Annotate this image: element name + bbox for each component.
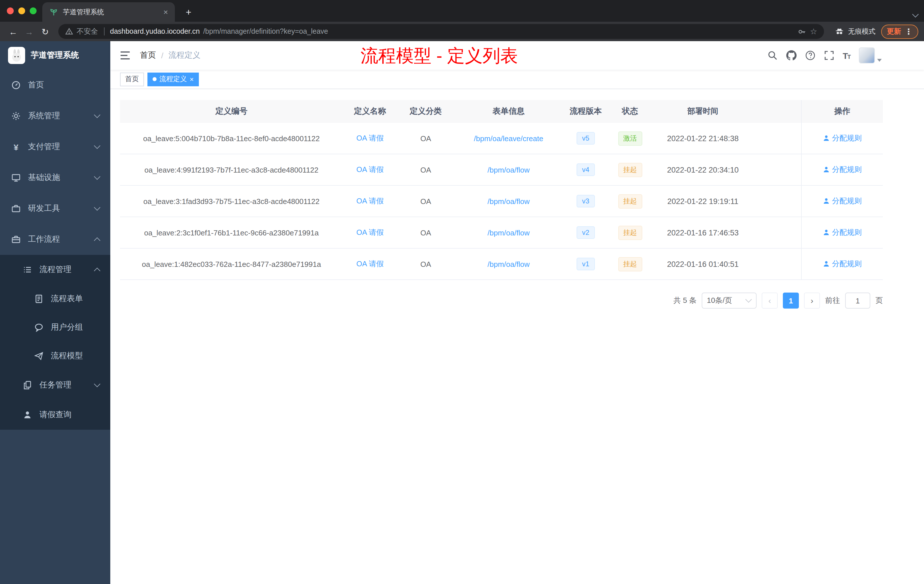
table-row: oa_leave:2:3c1f0ef1-76b1-11ec-9c66-a2380… [120, 217, 883, 249]
bookmark-star-icon[interactable]: ☆ [810, 27, 817, 36]
app-title: 芋道管理系统 [31, 50, 79, 61]
breadcrumb-home[interactable]: 首页 [140, 50, 156, 61]
navbar-right-menu: TT [767, 48, 915, 63]
table-header: 定义编号 定义名称 定义分类 表单信息 流程版本 状态 部署时间 操作 [120, 100, 883, 123]
sidebar-item-devtools[interactable]: 研发工具 [0, 193, 110, 224]
incognito-badge: 无痕模式 [834, 26, 875, 36]
definition-category: OA [397, 260, 454, 268]
assign-rule-button[interactable]: 分配规则 [823, 165, 862, 175]
prev-page-button[interactable]: ‹ [762, 292, 778, 308]
assign-rule-button[interactable]: 分配规则 [823, 259, 862, 269]
sidebar-item-user-group[interactable]: 用户分组 [0, 313, 110, 342]
page-size-select[interactable]: 10条/页 [702, 292, 757, 308]
sidebar-item-process-management[interactable]: 流程管理 [0, 255, 110, 285]
security-label[interactable]: 不安全 [77, 26, 98, 36]
address-bar[interactable]: 不安全 dashboard.yudao.iocoder.cn/bpm/manag… [58, 24, 824, 39]
url-host: dashboard.yudao.iocoder.cn [110, 27, 200, 35]
definition-name-link[interactable]: OA 请假 [356, 165, 383, 174]
definition-id: oa_leave:5:004b710b-7b8a-11ec-8ef0-acde4… [120, 134, 343, 143]
col-form-info: 表单信息 [454, 106, 563, 117]
paper-plane-icon [34, 351, 43, 361]
form-link[interactable]: /bpm/oa/flow [487, 228, 530, 237]
tab-close-icon[interactable]: × [161, 7, 170, 16]
browser-tab[interactable]: 芋道管理系统 × [42, 2, 175, 22]
reload-icon[interactable]: ↻ [38, 27, 53, 36]
assign-rule-button[interactable]: 分配规则 [823, 196, 862, 206]
definition-name-link[interactable]: OA 请假 [356, 196, 383, 205]
next-page-button[interactable]: › [804, 292, 820, 308]
browser-menu-kebab-icon[interactable]: ⋮ [904, 27, 912, 36]
user-avatar[interactable] [859, 48, 875, 63]
help-question-icon[interactable] [805, 50, 815, 61]
definition-name-link[interactable]: OA 请假 [356, 259, 383, 268]
status-badge: 挂起 [618, 163, 642, 177]
tab-search-icon[interactable] [912, 13, 918, 18]
page-content: 定义编号 定义名称 定义分类 表单信息 流程版本 状态 部署时间 操作 oa_l… [110, 89, 924, 584]
goto-page-input[interactable] [845, 292, 870, 308]
definition-name-link[interactable]: OA 请假 [356, 134, 383, 142]
definition-name-link[interactable]: OA 请假 [356, 228, 383, 237]
form-link[interactable]: /bpm/oa/flow [487, 260, 530, 268]
sidebar-item-process-form[interactable]: 流程表单 [0, 285, 110, 313]
status-badge: 激活 [618, 131, 642, 145]
tag-close-icon[interactable]: × [190, 75, 194, 83]
user-icon [823, 166, 830, 173]
version-tag: v4 [576, 163, 595, 176]
favicon-leaf-icon [49, 7, 58, 16]
github-icon[interactable] [786, 50, 796, 61]
window-controls [0, 0, 36, 22]
sidebar-item-task-management[interactable]: 任务管理 [0, 370, 110, 400]
tag-home[interactable]: 首页 [120, 72, 144, 86]
goto-label: 前往 [825, 295, 840, 306]
sidebar-item-leave-query[interactable]: 请假查询 [0, 400, 110, 430]
screen: 芋道管理系统 × + ← → ↻ 不安全 dashboard.yudao.ioc… [0, 0, 924, 584]
page-unit-label: 页 [875, 295, 883, 306]
dashboard-icon [12, 81, 21, 90]
url-divider [104, 27, 104, 35]
avatar-caret-icon [877, 59, 882, 62]
update-chrome-button[interactable]: 更新 ⋮ [881, 24, 918, 39]
sidebar-item-workflow[interactable]: 工作流程 [0, 224, 110, 255]
definition-table: 定义编号 定义名称 定义分类 表单信息 流程版本 状态 部署时间 操作 oa_l… [120, 100, 883, 280]
definition-category: OA [397, 228, 454, 237]
form-link[interactable]: /bpm/oa/leave/create [474, 134, 543, 143]
workflow-submenu: 流程管理 流程表单 用户分组 [0, 255, 110, 430]
chevron-down-icon [94, 144, 100, 150]
hamburger-icon[interactable] [119, 50, 131, 61]
form-link[interactable]: /bpm/oa/flow [487, 165, 530, 174]
tag-process-definition[interactable]: 流程定义 × [147, 72, 199, 86]
fullscreen-icon[interactable] [824, 50, 834, 61]
pagination-total: 共 5 条 [673, 295, 696, 306]
minimize-window-button[interactable] [18, 7, 25, 14]
app-logo-row[interactable]: 芋道管理系统 [0, 41, 110, 70]
back-icon[interactable]: ← [6, 27, 21, 36]
assign-rule-button[interactable]: 分配规则 [823, 133, 862, 144]
table-row: oa_leave:1:482ec033-762a-11ec-8477-a2380… [120, 249, 883, 280]
sidebar-item-payment[interactable]: ¥ 支付管理 [0, 132, 110, 162]
definition-category: OA [397, 134, 454, 143]
list-icon [23, 265, 32, 274]
assign-rule-button[interactable]: 分配规则 [823, 228, 862, 238]
sidebar-item-home[interactable]: 首页 [0, 70, 110, 101]
password-key-icon[interactable] [798, 27, 807, 36]
sidebar-item-system[interactable]: 系统管理 [0, 101, 110, 132]
user-icon [823, 198, 830, 205]
sidebar-item-infrastructure[interactable]: 基础设施 [0, 162, 110, 193]
new-tab-button[interactable]: + [182, 7, 195, 18]
user-icon [823, 261, 830, 267]
close-window-button[interactable] [7, 7, 14, 14]
font-size-icon[interactable]: TT [843, 51, 850, 60]
avatar-wrap[interactable] [859, 48, 882, 63]
table-row: oa_leave:5:004b710b-7b8a-11ec-8ef0-acde4… [120, 123, 883, 154]
status-badge: 挂起 [618, 257, 642, 271]
search-icon[interactable] [767, 50, 777, 61]
chevron-down-icon [94, 113, 100, 119]
forward-icon[interactable]: → [22, 27, 36, 36]
zoom-window-button[interactable] [30, 7, 36, 14]
app-window: 芋道管理系统 首页 系统管理 ¥ 支付管理 [0, 41, 924, 584]
current-page-button[interactable]: 1 [783, 292, 799, 308]
sidebar-item-process-model[interactable]: 流程模型 [0, 342, 110, 370]
deploy-time: 2022-01-22 19:19:11 [652, 197, 754, 205]
user-icon [823, 135, 830, 142]
form-link[interactable]: /bpm/oa/flow [487, 197, 530, 205]
